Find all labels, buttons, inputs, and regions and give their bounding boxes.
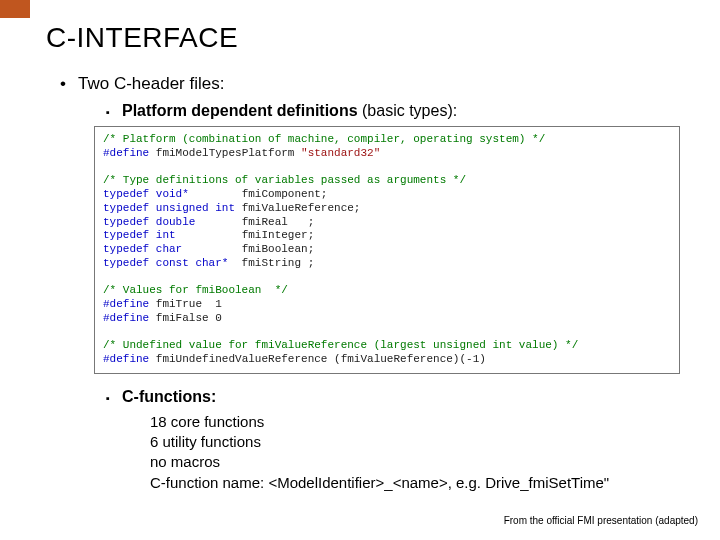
slide: C-INTERFACE •Two C-header files: ▪Platfo…: [0, 0, 720, 540]
l3-line-a: 18 core functions: [150, 412, 680, 432]
slide-title: C-INTERFACE: [46, 22, 680, 54]
code-block: /* Platform (combination of machine, com…: [94, 126, 680, 374]
l3-line-b: 6 utility functions: [150, 432, 680, 452]
code-pre: /* Platform (combination of machine, com…: [103, 133, 671, 367]
l2a-rest: (basic types):: [358, 102, 458, 119]
l3-line-c: no macros: [150, 452, 680, 472]
square-icon: ▪: [106, 392, 122, 404]
dot-icon: •: [60, 74, 78, 94]
bullet-level2-cfunctions: ▪C-functions:: [106, 388, 680, 406]
l3-line-d: C-function name: <ModelIdentifier>_<name…: [150, 473, 680, 493]
bullet-level1: •Two C-header files:: [60, 74, 680, 94]
l2a-bold: Platform dependent definitions: [122, 102, 358, 119]
bullet-level2-platform: ▪Platform dependent definitions (basic t…: [106, 102, 680, 120]
square-icon: ▪: [106, 106, 122, 118]
l2b-text: C-functions:: [122, 388, 216, 405]
l1-text: Two C-header files:: [78, 74, 224, 93]
footer-credit: From the official FMI presentation (adap…: [504, 515, 698, 526]
